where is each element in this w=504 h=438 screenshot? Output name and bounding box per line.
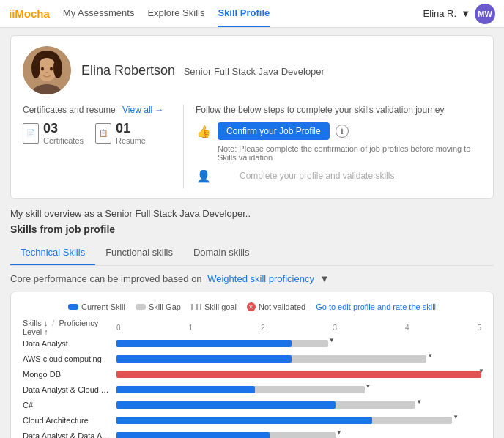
goal-marker: ▼ (416, 398, 422, 405)
bar-area: ▼ (116, 353, 481, 365)
nav-links: My Assessments Explore Skills Skill Prof… (63, 0, 423, 27)
svg-point-6 (41, 67, 44, 71)
dropdown-icon: ▼ (461, 8, 470, 19)
step-note: Note: Please complete the confirmation o… (218, 144, 481, 162)
tab-functional-skills[interactable]: Functional skills (95, 241, 183, 265)
chart-row: C#▼ (23, 399, 481, 411)
chart-row: Mongo DB▼ (23, 368, 481, 380)
chart-header: Skills ↓ / Proficiency Level ↑ 0 1 2 3 4… (23, 319, 481, 336)
step-row-2: 👤 Complete your profile and validate ski… (196, 168, 481, 184)
perf-suffix: ▼ (320, 273, 330, 284)
chart-row: Data Analyst & Data Archite...▼ (23, 430, 481, 438)
cert-count: 03 (43, 121, 84, 136)
cert-item-certificates: 📄 03 Certificates (23, 121, 84, 145)
steps-title: Follow the below steps to complete your … (196, 105, 481, 115)
cert-info-resume: 01 Resume (116, 121, 146, 145)
chart-header-skills: Skills ↓ / Proficiency Level ↑ (23, 319, 116, 336)
skill-label: Data Analyst & Data Archite... (23, 431, 116, 438)
bar-area: ▼ (116, 384, 481, 396)
goal-marker: ▼ (366, 383, 371, 390)
nav-skill-profile[interactable]: Skill Profile (218, 0, 270, 27)
chart-row: AWS cloud computing▼ (23, 353, 481, 365)
step-row-1: 👍 Confirm your Job Profile ℹ (196, 122, 481, 140)
goal-marker: ▼ (478, 368, 484, 374)
legend-gap-label: Skill Gap (149, 302, 181, 311)
profile-name-area: Elina Robertson Senior Full Stack Java D… (81, 63, 325, 78)
bar-blue (116, 432, 270, 438)
profile-body: Certificates and resume View all → 📄 03 … (23, 105, 481, 188)
bar-area: ▼ (116, 368, 481, 380)
user-initials: MW (478, 10, 492, 18)
logo: iiMocha (9, 7, 50, 20)
axis-3: 3 (333, 324, 337, 332)
legend-blue-dot (68, 304, 78, 310)
not-validated-icon: ✕ (247, 302, 256, 311)
profile-left: Certificates and resume View all → 📄 03 … (23, 105, 184, 188)
cert-items: 📄 03 Certificates 📋 01 Resume (23, 121, 173, 145)
cert-header: Certificates and resume View all → (23, 105, 173, 115)
legend-skill-goal: Skill goal (191, 302, 237, 311)
chart-row: Data Analyst & Cloud Architecture▼ (23, 384, 481, 396)
profile-title: Senior Full Stack Java Developer (184, 66, 325, 77)
axis-4: 4 (405, 324, 410, 332)
confirm-job-profile-button[interactable]: Confirm your Job Profile (218, 122, 330, 140)
profile-icon: 👤 (196, 168, 212, 184)
bar-red (116, 371, 481, 378)
legend-dash (191, 304, 201, 310)
info-icon[interactable]: ℹ (336, 125, 349, 138)
cert-label-text: Certificates (43, 136, 84, 145)
resume-icon: 📋 (95, 123, 111, 144)
skill-label: AWS cloud computing (23, 355, 116, 363)
chart-card: Current Skill Skill Gap Skill goal ✕ Not… (10, 292, 494, 438)
svg-point-7 (50, 67, 53, 71)
nav-my-assessments[interactable]: My Assessments (63, 0, 135, 27)
bar-area: ▼ (116, 399, 481, 411)
axis-5: 5 (477, 324, 481, 332)
profile-top: Elina Robertson Senior Full Stack Java D… (23, 46, 481, 94)
svg-point-3 (32, 58, 40, 78)
skill-label: Data Analyst & Cloud Architecture (23, 385, 116, 394)
user-name: Elina R. (423, 8, 457, 19)
profile-avatar (23, 46, 71, 94)
cert-item-resume: 📋 01 Resume (95, 121, 146, 145)
weighted-skill-link[interactable]: Weighted skill proficiency (207, 273, 314, 284)
skill-label: Data Analyst (23, 339, 116, 348)
bar-blue (116, 417, 372, 424)
edit-profile-link[interactable]: Go to edit profile and rate the skill (316, 302, 436, 311)
perf-prefix: Core performance can be improved based o… (10, 273, 202, 284)
bar-blue (116, 355, 292, 363)
nav-explore-skills[interactable]: Explore Skills (147, 0, 204, 27)
legend-not-validated: ✕ Not validated (247, 302, 305, 311)
chart-row: Cloud Architecture▼ (23, 415, 481, 426)
cert-icon: 📄 (23, 123, 39, 144)
axis-0: 0 (116, 324, 121, 332)
tab-domain-skills[interactable]: Domain skills (183, 241, 260, 265)
profile-card: Elina Robertson Senior Full Stack Java D… (10, 35, 494, 199)
svg-point-4 (53, 58, 62, 78)
skill-label: Mongo DB (23, 370, 116, 379)
cert-info-cert: 03 Certificates (43, 121, 84, 145)
bar-blue (116, 386, 255, 393)
section-title: Skills from job profile (10, 223, 494, 235)
legend-current-label: Current Skill (81, 302, 125, 311)
chart-rows: Data Analyst▼AWS cloud computing▼Mongo D… (23, 338, 481, 438)
axis-1: 1 (188, 324, 193, 332)
overview-text: My skill overview as a Senior Full Stack… (10, 208, 494, 219)
goal-marker: ▼ (453, 414, 459, 420)
legend-gray-dot (136, 304, 146, 310)
performance-note: Core performance can be improved based o… (10, 273, 494, 284)
profile-name: Elina Robertson (81, 63, 175, 78)
chart-legend: Current Skill Skill Gap Skill goal ✕ Not… (23, 302, 481, 311)
axis-2: 2 (261, 324, 265, 332)
skill-label: C# (23, 401, 116, 409)
legend-current-skill: Current Skill (68, 302, 125, 311)
nav-user: Elina R. ▼ MW (423, 4, 495, 24)
cert-label: Certificates and resume (23, 105, 116, 115)
bar-blue (116, 340, 292, 347)
view-all-link[interactable]: View all → (122, 105, 163, 115)
legend-nv-label: Not validated (259, 302, 305, 311)
skill-label: Cloud Architecture (23, 416, 116, 425)
chart-axis-labels: 0 1 2 3 4 5 (116, 324, 481, 332)
user-avatar[interactable]: MW (475, 4, 495, 24)
tab-technical-skills[interactable]: Technical Skills (10, 241, 95, 265)
